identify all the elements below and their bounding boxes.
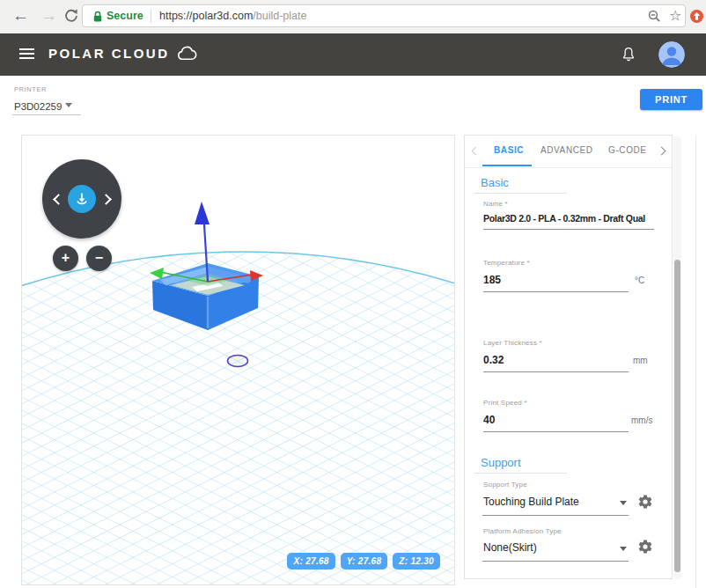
- secure-label: Secure: [107, 10, 143, 22]
- app-header: POLAR CLOUD: [0, 33, 706, 76]
- plate-origin-marker: [228, 356, 248, 367]
- panel-scrollbar-thumb[interactable]: [674, 260, 680, 572]
- print-speed-unit: mm/s: [631, 415, 652, 425]
- browser-toolbar: ← → Secure https://polar3d.com/build-pla…: [0, 0, 706, 34]
- temperature-unit: °C: [635, 276, 644, 285]
- menu-icon[interactable]: [19, 48, 34, 61]
- printer-value: P3D02259: [14, 101, 62, 112]
- secure-lock-icon: [92, 11, 103, 23]
- url-path: /build-plate: [253, 10, 306, 22]
- logo-text: POLAR CLOUD: [48, 46, 170, 61]
- print-speed-field-label: Print Speed *: [483, 399, 527, 407]
- tab-gcode[interactable]: G-CODE: [608, 145, 647, 155]
- layer-thickness-unit: mm: [633, 356, 648, 365]
- browser-back-icon[interactable]: ←: [12, 4, 29, 27]
- temperature-field-label: Temperature *: [483, 259, 530, 267]
- platform-adhesion-caret-icon[interactable]: [620, 547, 627, 551]
- browser-forward-icon[interactable]: →: [40, 4, 57, 27]
- x-coordinate-badge: X: 27.68: [287, 553, 335, 570]
- z-coordinate-badge: Z: 12.30: [393, 553, 440, 570]
- tab-basic[interactable]: BASIC: [494, 145, 524, 155]
- basic-section-heading: Basic: [481, 176, 509, 189]
- page-edge-line: [695, 135, 696, 588]
- bookmark-star-icon[interactable]: ☆: [669, 7, 681, 24]
- basic-section-divider: [474, 193, 567, 194]
- browser-refresh-icon[interactable]: [63, 8, 79, 24]
- rotate-left-icon[interactable]: [53, 194, 64, 205]
- extension-icon[interactable]: [690, 10, 703, 23]
- url-text[interactable]: https://polar3d.com/build-plate: [159, 10, 306, 22]
- platform-adhesion-underline: [482, 561, 629, 562]
- support-type-underline: [482, 515, 629, 516]
- name-field-input[interactable]: [483, 213, 654, 230]
- rotate-right-icon[interactable]: [100, 194, 112, 205]
- camera-nav-pad[interactable]: [42, 159, 121, 239]
- platform-adhesion-label: Platform Adhesion Type: [483, 527, 562, 535]
- support-section-heading: Support: [481, 456, 521, 469]
- support-type-dropdown[interactable]: Touching Build Plate: [483, 496, 579, 508]
- tabs-scroll-left-icon[interactable]: [472, 147, 481, 156]
- tab-advanced[interactable]: ADVANCED: [541, 145, 593, 155]
- layer-thickness-field-label: Layer Thickness *: [483, 339, 542, 347]
- support-type-label: Support Type: [483, 481, 527, 489]
- center-view-icon: [74, 191, 90, 207]
- url-host: https://polar3d.com: [159, 10, 253, 22]
- coordinate-badges: X: 27.68 Y: 27.68 Z: 12.30: [287, 553, 440, 570]
- y-coordinate-badge: Y: 27.68: [341, 553, 388, 570]
- zoom-in-button[interactable]: +: [53, 246, 78, 271]
- support-section-divider: [474, 473, 567, 474]
- address-bar[interactable]: Secure https://polar3d.com/build-plate ☆: [82, 4, 686, 27]
- cloud-icon: [176, 45, 199, 62]
- page-zoom-icon[interactable]: [648, 10, 661, 23]
- settings-tabs: BASIC ADVANCED G-CODE: [465, 136, 672, 168]
- user-avatar[interactable]: [658, 41, 685, 68]
- logo[interactable]: POLAR CLOUD: [48, 45, 199, 62]
- build-plate-viewport[interactable]: + − X: 27.68 Y: 27.68 Z: 12.30: [21, 135, 455, 585]
- notifications-bell-icon[interactable]: [620, 45, 637, 64]
- zoom-out-button[interactable]: −: [86, 246, 112, 271]
- url-divider: [151, 9, 151, 23]
- up-arrow-icon: [690, 10, 703, 23]
- printer-label: PRINTER: [14, 85, 47, 93]
- print-settings-panel: BASIC ADVANCED G-CODE Basic Name * Tempe…: [464, 135, 673, 579]
- panel-scrollbar[interactable]: [673, 136, 681, 579]
- platform-adhesion-gear-icon[interactable]: [637, 539, 653, 555]
- temperature-field-input[interactable]: [483, 274, 629, 292]
- screen: ← → Secure https://polar3d.com/build-pla…: [0, 0, 706, 588]
- center-view-button[interactable]: [68, 185, 96, 213]
- printer-caret-icon: [65, 103, 72, 107]
- platform-adhesion-dropdown[interactable]: None(Skirt): [483, 541, 537, 554]
- print-speed-field-input[interactable]: [483, 414, 629, 432]
- tabs-scroll-right-icon[interactable]: [658, 147, 666, 156]
- print-button[interactable]: PRINT: [640, 89, 702, 110]
- layer-thickness-field-input[interactable]: [483, 354, 629, 372]
- support-type-caret-icon[interactable]: [620, 501, 627, 505]
- name-field-label: Name *: [483, 200, 508, 208]
- avatar-person-icon: [658, 41, 685, 68]
- support-type-gear-icon[interactable]: [637, 494, 653, 510]
- printer-select[interactable]: P3D02259: [14, 98, 79, 114]
- printer-select-underline: [12, 114, 81, 115]
- active-tab-indicator: [482, 165, 532, 166]
